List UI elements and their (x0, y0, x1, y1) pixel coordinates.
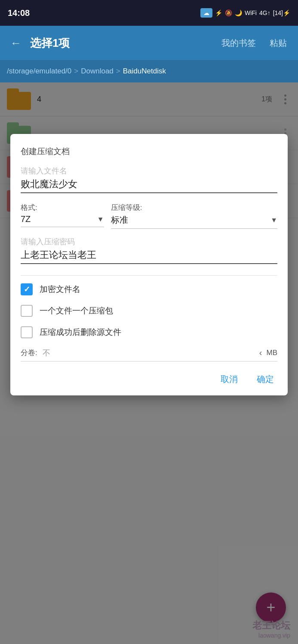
breadcrumb-baidunetdisk[interactable]: BaiduNetdisk (123, 67, 166, 76)
password-placeholder: 请输入压缩密码 (21, 237, 277, 247)
format-level-row: 格式: 7Z ▼ 压缩等级: 标准 ▼ (21, 203, 277, 229)
split-label: 分卷: (21, 348, 37, 358)
split-volume-row: 分卷: ‹ MB (21, 348, 277, 361)
breadcrumb-sep-1: > (74, 67, 78, 76)
format-col: 格式: 7Z ▼ (21, 203, 104, 227)
moon-icon: 🌙 (235, 9, 242, 16)
mute-icon: 🔕 (225, 9, 232, 16)
breadcrumb-storage[interactable]: /storage/emulated/0 (7, 67, 71, 76)
cloud-icon: ☁ (200, 8, 212, 18)
create-archive-dialog: 创建压缩文档 请输入文件名 格式: 7Z ▼ 压缩等级: 标准 ▼ 请输入压缩 (10, 134, 288, 395)
checkmark-icon: ✓ (24, 286, 30, 293)
checkbox-one-file-label: 一个文件一个压缩包 (40, 305, 113, 316)
format-label: 格式: (21, 203, 104, 213)
level-label: 压缩等级: (111, 203, 277, 213)
paste-button[interactable]: 粘贴 (265, 36, 291, 51)
checkbox-encrypt-filename[interactable]: ✓ 加密文件名 (21, 283, 277, 295)
breadcrumb-sep-2: > (116, 67, 120, 76)
dialog-buttons: 取消 确定 (21, 372, 277, 387)
ok-button[interactable]: 确定 (253, 372, 277, 387)
cancel-button[interactable]: 取消 (217, 372, 241, 387)
checkbox-one-file-box[interactable] (21, 305, 33, 317)
filename-input[interactable] (21, 179, 277, 193)
breadcrumb-download[interactable]: Download (81, 67, 114, 76)
bluetooth-icon: ⚡ (215, 9, 222, 16)
status-time: 14:08 (8, 8, 30, 18)
format-arrow-icon: ▼ (97, 216, 104, 223)
split-arrow-icon[interactable]: ‹ (259, 348, 262, 358)
status-bar: 14:08 ☁ ⚡ 🔕 🌙 WiFi 4G↑ [14]⚡ (0, 0, 298, 26)
nav-bar: ← 选择1项 我的书签 粘贴 (0, 26, 298, 60)
file-list: 4 1项 (0, 82, 298, 644)
level-value: 标准 (111, 214, 128, 226)
filename-placeholder: 请输入文件名 (21, 166, 277, 176)
wifi-icon: WiFi (245, 9, 257, 16)
level-arrow-icon: ▼ (270, 216, 277, 224)
checkbox-delete-after[interactable]: 压缩成功后删除源文件 (21, 326, 277, 338)
dialog-title: 创建压缩文档 (21, 146, 277, 157)
format-select[interactable]: 7Z ▼ (21, 214, 104, 227)
checkbox-encrypt-box[interactable]: ✓ (21, 283, 33, 295)
back-button[interactable]: ← (7, 35, 25, 52)
split-input[interactable] (43, 348, 259, 357)
breadcrumb: /storage/emulated/0 > Download > BaiduNe… (0, 60, 298, 82)
bookmark-button[interactable]: 我的书签 (217, 36, 260, 51)
checkbox-delete-after-box[interactable] (21, 326, 33, 338)
battery-icon: [14]⚡ (273, 9, 290, 16)
checkbox-one-file[interactable]: 一个文件一个压缩包 (21, 305, 277, 317)
level-col: 压缩等级: 标准 ▼ (111, 203, 277, 229)
signal-icon: 4G↑ (259, 9, 270, 16)
status-icons: ☁ ⚡ 🔕 🌙 WiFi 4G↑ [14]⚡ (200, 8, 290, 18)
checkbox-encrypt-label: 加密文件名 (40, 284, 80, 295)
checkbox-delete-label: 压缩成功后删除源文件 (40, 327, 121, 338)
page-title: 选择1项 (30, 36, 212, 51)
password-input[interactable] (21, 249, 277, 264)
level-select[interactable]: 标准 ▼ (111, 214, 277, 229)
split-unit: MB (267, 349, 278, 357)
format-value: 7Z (21, 214, 31, 224)
divider-1 (21, 275, 277, 276)
